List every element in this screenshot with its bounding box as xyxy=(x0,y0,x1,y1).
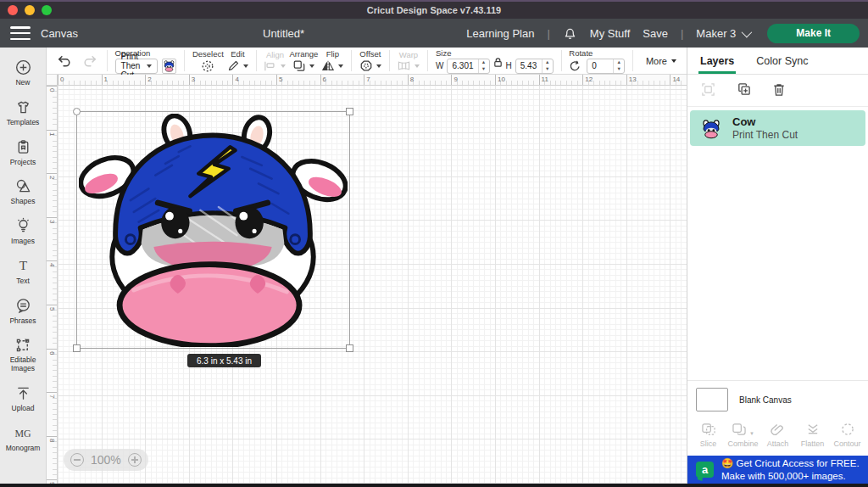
vertical-ruler: 0123456789 xyxy=(47,86,58,484)
arrange-button[interactable]: Arrange xyxy=(287,48,320,74)
align-button: Align xyxy=(262,48,287,74)
cow-thumbnail-icon xyxy=(163,59,175,72)
ruler-corner xyxy=(47,75,58,86)
banner-line1: 🤩 Get Cricut Access for FREE. xyxy=(721,457,860,470)
edit-toolbar: Operation Print Then Cut Deselect xyxy=(47,48,687,75)
sidebar-item-monogram[interactable]: MG Monogram xyxy=(0,418,46,458)
sidebar-item-shapes[interactable]: Shapes xyxy=(0,171,46,211)
chevron-down-icon xyxy=(671,59,676,63)
operation-dropdown[interactable]: Print Then Cut xyxy=(115,59,159,74)
projects-icon xyxy=(14,138,32,156)
delete-layer-button[interactable] xyxy=(772,82,786,100)
pencil-icon xyxy=(227,59,240,72)
save-button[interactable]: Save xyxy=(643,27,668,40)
flatten-icon xyxy=(805,423,821,436)
banner-line2: Make with 500,000+ images. xyxy=(721,470,860,483)
app-window: Cricut Design Space v7.43.119 Canvas Unt… xyxy=(0,0,868,487)
tab-layers[interactable]: Layers xyxy=(700,48,734,74)
document-title[interactable]: Untitled* xyxy=(263,27,304,40)
machine-selector[interactable]: Maker 3 xyxy=(696,27,749,40)
learning-plan-link[interactable]: Learning Plan xyxy=(466,27,534,40)
more-button[interactable]: More xyxy=(639,56,683,66)
contour-button: Contour xyxy=(830,421,865,448)
warp-button: Warp xyxy=(395,48,421,74)
size-label: Size xyxy=(436,48,451,58)
sidebar-item-upload[interactable]: Upload xyxy=(0,378,46,418)
layer-item-cow[interactable]: Cow Print Then Cut xyxy=(690,110,865,146)
undo-icon[interactable] xyxy=(57,54,72,68)
deselect-button[interactable]: Deselect xyxy=(191,48,225,74)
layers-panel: Layers Color Sync Cow Print The xyxy=(687,48,868,484)
chevron-down-icon xyxy=(338,64,343,68)
sidebar-item-text[interactable]: T Text xyxy=(0,251,46,291)
ruler-number: 1 xyxy=(48,132,56,136)
height-label: H xyxy=(506,61,512,70)
images-icon xyxy=(14,217,32,235)
left-sidebar: New Templates Projects Shapes Images T T… xyxy=(0,48,47,484)
svg-text:T: T xyxy=(19,258,27,272)
tab-color-sync[interactable]: Color Sync xyxy=(756,48,808,74)
my-stuff-link[interactable]: My Stuff xyxy=(590,27,630,40)
flip-button[interactable]: Flip xyxy=(320,48,345,74)
editable-images-icon xyxy=(14,336,32,354)
sidebar-item-templates[interactable]: Templates xyxy=(0,92,46,132)
ruler-number: 3 xyxy=(48,220,56,223)
ruler-number: 8 xyxy=(48,439,56,442)
ruler-number: 8 xyxy=(410,76,414,83)
rotate-input[interactable]: 0 ▲▼ xyxy=(587,59,625,74)
height-input[interactable]: 5.43 ▲▼ xyxy=(515,59,554,74)
zoom-in-button[interactable] xyxy=(128,453,142,467)
slice-button: Slice xyxy=(691,421,726,448)
layer-actions-bar: Slice ▼ Combine Attach Flatten Contour xyxy=(687,418,868,456)
sidebar-item-images[interactable]: Images xyxy=(0,211,46,251)
selection-bounding-box[interactable] xyxy=(76,111,350,349)
titlebar: Cricut Design Space v7.43.119 xyxy=(0,0,868,19)
hamburger-menu-icon[interactable] xyxy=(10,26,31,40)
design-canvas[interactable]: 01234567891011121314 0123456789 xyxy=(47,75,687,484)
cricut-access-banner[interactable]: a 🤩 Get Cricut Access for FREE. Make wit… xyxy=(687,456,868,484)
sidebar-item-phrases[interactable]: Phrases xyxy=(0,291,46,331)
width-stepper[interactable]: ▲▼ xyxy=(478,59,489,73)
nav-separator: | xyxy=(547,27,549,40)
ruler-number: 6 xyxy=(48,351,56,355)
blank-canvas-thumbnail xyxy=(696,388,728,411)
group-button xyxy=(701,82,715,100)
lock-icon[interactable] xyxy=(493,57,503,68)
ruler-number: 13 xyxy=(629,76,637,83)
upload-icon xyxy=(14,384,32,402)
chevron-down-icon xyxy=(243,64,248,68)
navbar: Canvas Untitled* Learning Plan | My Stuf… xyxy=(0,19,868,48)
ruler-number: 14 xyxy=(672,76,680,83)
ruler-number: 10 xyxy=(498,76,505,83)
sidebar-item-editable-images[interactable]: Editable Images xyxy=(0,330,46,378)
chevron-down-icon xyxy=(281,64,286,68)
new-icon xyxy=(14,59,32,76)
rotate-icon[interactable] xyxy=(569,60,581,72)
offset-button[interactable]: Offset xyxy=(358,48,383,74)
width-input[interactable]: 6.301 ▲▼ xyxy=(447,59,489,74)
duplicate-button[interactable] xyxy=(737,82,751,100)
chevron-down-icon xyxy=(415,64,420,68)
arrange-icon xyxy=(292,59,306,72)
sidebar-item-projects[interactable]: Projects xyxy=(0,132,46,172)
zoom-out-button[interactable] xyxy=(70,453,84,467)
flip-icon xyxy=(321,59,335,72)
ruler-number: 12 xyxy=(585,76,593,83)
width-label: W xyxy=(436,61,443,70)
panel-tabs: Layers Color Sync xyxy=(687,48,868,75)
edit-button[interactable]: Edit xyxy=(225,48,250,74)
nav-separator: | xyxy=(681,27,683,40)
make-it-button[interactable]: Make It xyxy=(767,24,860,43)
notifications-bell-icon[interactable] xyxy=(563,26,577,41)
operation-color-swatch[interactable] xyxy=(162,59,176,74)
ruler-number: 1 xyxy=(104,76,108,83)
chevron-down-icon xyxy=(309,64,314,68)
cow-artwork[interactable] xyxy=(79,114,348,347)
blank-canvas-row[interactable]: Blank Canvas xyxy=(687,380,868,418)
canvas-menu-label[interactable]: Canvas xyxy=(41,27,78,40)
offset-icon xyxy=(359,59,373,72)
sidebar-item-new[interactable]: New xyxy=(0,53,46,92)
layer-operation: Print Then Cut xyxy=(732,129,798,141)
rotate-stepper[interactable]: ▲▼ xyxy=(613,59,624,73)
height-stepper[interactable]: ▲▼ xyxy=(542,59,553,73)
